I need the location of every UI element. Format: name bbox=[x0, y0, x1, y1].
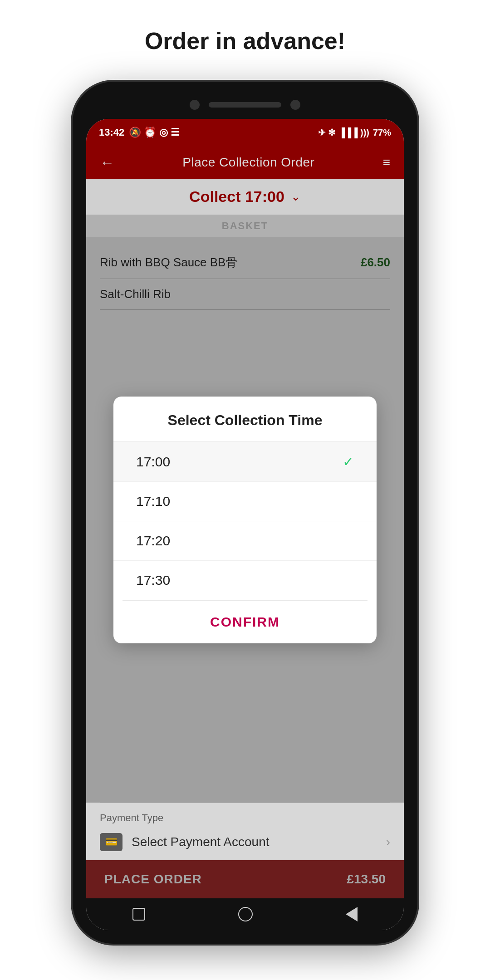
time-option-1710[interactable]: 17:10 bbox=[113, 482, 377, 521]
time-value: 17:30 bbox=[136, 573, 170, 588]
nav-bar: ← Place Collection Order ≡ bbox=[86, 146, 404, 179]
chevron-right-icon: › bbox=[386, 835, 390, 849]
time-value: 17:10 bbox=[136, 494, 170, 509]
speaker-bar bbox=[209, 102, 281, 108]
basket-label: BASKET bbox=[86, 215, 404, 237]
time-option-1700[interactable]: 17:00 ✓ bbox=[113, 442, 377, 482]
back-icon bbox=[346, 907, 358, 921]
modal-overlay: Select Collection Time 17:00 ✓ 17:10 17:… bbox=[86, 237, 404, 803]
time-value: 17:20 bbox=[136, 533, 170, 549]
home-icon bbox=[238, 907, 253, 921]
payment-row[interactable]: 💳 Select Payment Account › bbox=[86, 828, 404, 860]
camera-dot-left bbox=[190, 100, 200, 110]
page-title: Order in advance! bbox=[145, 27, 345, 54]
time-selection-modal: Select Collection Time 17:00 ✓ 17:10 17:… bbox=[113, 397, 377, 643]
bottom-section: Payment Type 💳 Select Payment Account › … bbox=[86, 803, 404, 898]
back-button-nav[interactable] bbox=[346, 907, 358, 921]
status-icons: 🔕 ⏰ ◎ ☰ bbox=[129, 127, 179, 138]
back-button[interactable]: ← bbox=[100, 154, 114, 171]
collect-chevron-icon: ⌄ bbox=[291, 190, 301, 204]
payment-icon: 💳 bbox=[100, 833, 122, 851]
time-value: 17:00 bbox=[136, 454, 170, 470]
collect-time-text: Collect 17:00 bbox=[189, 188, 284, 206]
confirm-button[interactable]: CONFIRM bbox=[113, 601, 377, 643]
home-button[interactable] bbox=[238, 907, 253, 921]
recents-icon bbox=[132, 908, 145, 921]
place-order-price: £13.50 bbox=[347, 872, 386, 887]
status-right: ✈ ✻ ▐▐▐ ))) 77% bbox=[318, 127, 391, 138]
camera-dot-right bbox=[290, 100, 300, 110]
nav-title: Place Collection Order bbox=[182, 155, 314, 170]
time-option-1730[interactable]: 17:30 bbox=[113, 561, 377, 600]
time-option-1720[interactable]: 17:20 bbox=[113, 521, 377, 561]
status-left: 13:42 🔕 ⏰ ◎ ☰ bbox=[99, 127, 180, 138]
main-content: Rib with BBQ Sauce BB骨 £6.50 Salt-Chilli… bbox=[86, 237, 404, 803]
signal-icons: ✈ ✻ ▐▐▐ ))) bbox=[318, 127, 369, 138]
payment-option-text: Select Payment Account bbox=[132, 835, 270, 849]
android-bottom-nav bbox=[86, 898, 404, 930]
status-bar: 13:42 🔕 ⏰ ◎ ☰ ✈ ✻ ▐▐▐ ))) 77% bbox=[86, 119, 404, 146]
selected-check-icon: ✓ bbox=[343, 454, 354, 470]
place-order-bar[interactable]: PLACE ORDER £13.50 bbox=[86, 860, 404, 898]
modal-title: Select Collection Time bbox=[113, 397, 377, 442]
recents-button[interactable] bbox=[132, 908, 145, 921]
status-time: 13:42 bbox=[99, 127, 124, 138]
camera-area bbox=[82, 95, 408, 114]
place-order-label: PLACE ORDER bbox=[104, 872, 202, 887]
payment-label: Payment Type bbox=[86, 803, 404, 828]
phone-screen: 13:42 🔕 ⏰ ◎ ☰ ✈ ✻ ▐▐▐ ))) 77% ← Place Co… bbox=[86, 119, 404, 930]
menu-button[interactable]: ≡ bbox=[383, 155, 390, 170]
battery: 77% bbox=[373, 127, 391, 138]
collect-bar[interactable]: Collect 17:00 ⌄ bbox=[86, 179, 404, 215]
payment-left: 💳 Select Payment Account bbox=[100, 833, 270, 851]
phone-frame: 13:42 🔕 ⏰ ◎ ☰ ✈ ✻ ▐▐▐ ))) 77% ← Place Co… bbox=[73, 82, 417, 944]
